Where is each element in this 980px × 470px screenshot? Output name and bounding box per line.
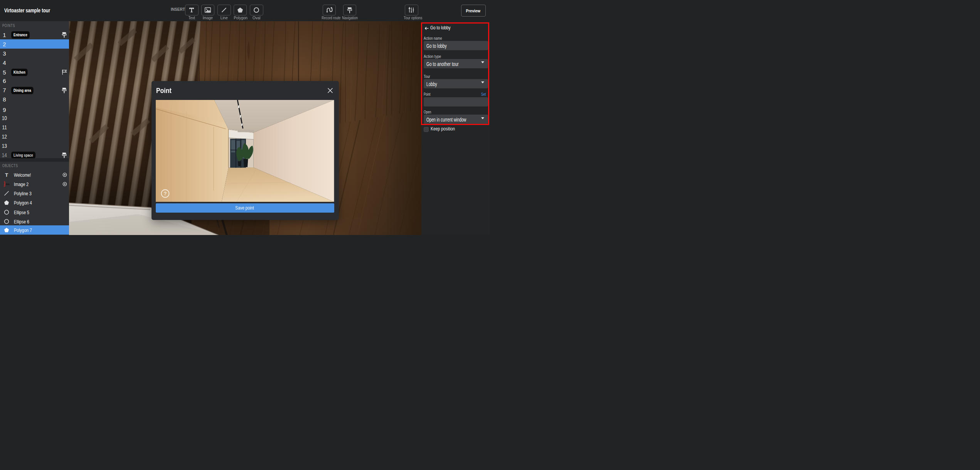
svg-text:?: ? [164, 191, 167, 196]
